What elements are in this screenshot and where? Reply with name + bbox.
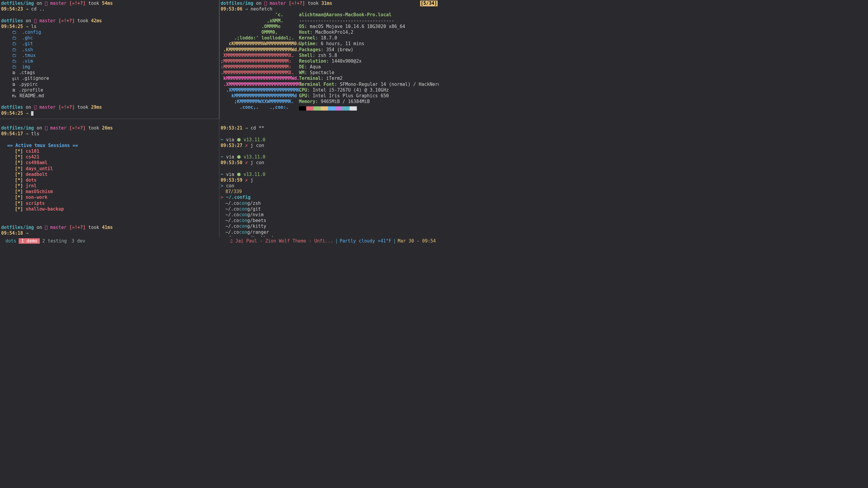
cursor-icon [31,111,33,116]
fzf-counter: 87/339 [221,189,438,195]
folder-icon: 🗀 [12,53,17,58]
prompt-line: dotfiles on  master [»!+?] took 29ms [1,104,218,110]
color-swatches [299,106,439,110]
git-icon: git [12,76,19,81]
file-icon: 🗎 [12,82,16,87]
fzf-item[interactable]: ~/.cocong/kitty [221,224,438,229]
tmux-session-item: [*] masOSchism [1,189,218,195]
pane-top-left[interactable]: dotfiles/img on  master [»!+?] took 54m… [0,0,219,119]
node-icon: ⬢ [237,137,244,142]
ls-file: 🗎 .ctags [1,70,218,76]
statusbar-window[interactable]: 2 testing [40,238,69,244]
pane-bottom-right[interactable]: 09:53:21 → cd ** ~ via ⬢ v13.11.009:53:2… [219,119,439,237]
neofetch-row: Terminal: iTerm2 [299,76,439,82]
error-icon: ✗ [245,160,248,165]
prompt-line: dotfiles on  master [»!+?] took 42ms [1,18,218,24]
neofetch-row: OS: macOS Mojave 10.14.6 18G3020 x86_64 [299,24,439,30]
ls-file: M↓ README.md [1,93,218,99]
statusbar-date: Mar 30 - 09:54 [398,238,436,244]
tmux-session-item: [*] cs101 [1,149,218,154]
fzf-item[interactable]: ~/.cocong/nvim [221,212,438,218]
color-swatch [313,106,321,110]
file-icon: 🗎 [12,70,16,75]
prompt-line: 09:53:06 → neofetch [221,6,438,12]
folder-icon: 🗀 [12,47,17,53]
prompt-line: 09:54:17 → tls [1,131,218,137]
color-swatch [299,106,306,110]
fzf-item[interactable]: ~/.cocong/ranger [221,230,438,235]
prompt-line: 09:53:50 ✗ j con [221,160,438,166]
neofetch-row: WM: Spectacle [299,70,439,76]
tmux-session-item: [*] jrnl [1,183,218,189]
neofetch-user: alichtman@Aarons-MacBook-Pro.local [299,12,439,18]
pane-bottom-left[interactable]: dotfiles/img on  master [»!+?] took 26m… [0,119,219,237]
pane-top-right[interactable]: [5/34] dotfiles/img on  master [»!+?] t… [219,0,439,119]
prompt-line: dotfiles/img on  master [»!+?] took 54m… [1,1,218,6]
prompt-line: 09:54:25 → ls [1,24,218,30]
statusbar-window[interactable]: 1 demo [19,238,40,244]
color-swatch [321,106,328,110]
error-icon: ✗ [245,143,248,148]
ls-dir: 🗀 .tmux [1,53,218,59]
fzf-item[interactable]: ~/.cocong/zsh [221,201,438,206]
statusbar-separator: | [392,238,398,244]
prompt-line: ~ via ⬢ v13.11.0 [221,172,438,177]
statusbar-session[interactable]: dots [3,238,19,244]
color-swatch [328,106,335,110]
neofetch-row: Host: MacBookPro14,2 [299,30,439,35]
fzf-item[interactable]: ~/.cocong/git [221,206,438,212]
error-icon: ✗ [245,177,248,183]
neofetch-row: Uptime: 6 hours, 11 mins [299,41,439,47]
neofetch-row: Kernel: 18.7.0 [299,35,439,41]
fzf-selected[interactable]: > ~/.config [221,195,438,200]
folder-icon: 🗀 [12,59,17,64]
fzf-query[interactable]: > con [221,183,438,189]
tmux-session-item: [*] days_until [1,166,218,172]
folder-icon: 🗀 [12,41,17,46]
node-icon: ⬢ [237,154,244,160]
prompt-line: dotfiles/img on  master [»!+?] took 26m… [1,125,218,131]
neofetch-separator: ----------------------------------- [299,18,439,24]
tmux-sessions-header: == Active tmux Sessions == [1,143,218,149]
prompt-line[interactable]: 09:54:25 → [1,110,218,116]
neofetch-row: Terminal Font: SFMono-Regular 14 (normal… [299,82,439,87]
tmux-session-item: [*] cs498aml [1,160,218,166]
neofetch-info: alichtman@Aarons-MacBook-Pro.local -----… [299,12,439,110]
color-swatch [306,106,313,110]
statusbar-weather: Partly cloudy +41°F [340,238,392,244]
pane-badge: [5/34] [420,1,438,6]
tmux-session-item: [*] scripts [1,201,218,206]
ls-dir: 🗀 .vim [1,59,218,64]
statusbar-window[interactable]: 3 dev [69,238,88,244]
ls-dir: 🗀 .ssh [1,47,218,53]
ls-dir: 🗀 img [1,64,218,70]
folder-icon: 🗀 [12,64,17,70]
folder-icon: 🗀 [12,30,17,35]
color-swatch [342,106,350,110]
prompt-line: 09:53:59 ✗ j [221,177,438,183]
neofetch-row: Packages: 354 (brew) [299,47,439,53]
ls-dir: 🗀 .config [1,30,218,35]
node-icon: ⬢ [237,172,244,177]
neofetch-row: GPU: Intel Iris Plus Graphics 650 [299,93,439,99]
folder-icon: 🗀 [12,35,17,41]
prompt-line: dotfiles/img on  master [»!+?] took 41m… [1,225,218,230]
prompt-line: 09:53:21 → cd ** [221,125,438,131]
prompt-line[interactable]: 09:54:18 → [1,230,218,236]
color-swatch [350,106,357,110]
neofetch-row: CPU: Intel i5-7267U (4) @ 3.10GHz [299,87,439,93]
prompt-line: ~ via ⬢ v13.11.0 [221,137,438,143]
statusbar-separator: | [333,238,340,244]
neofetch-row: Memory: 9465MiB / 16384MiB [299,99,439,104]
neofetch-row: Resolution: 1440x900@2x [299,59,439,64]
tmux-session-item: [*] deadbolt [1,172,218,177]
ls-file: 🗎 .pypirc [1,82,218,87]
neofetch-row: DE: Aqua [299,64,439,70]
fzf-item[interactable]: ~/.cocong/beets [221,218,438,224]
prompt-line: dotfiles/img on  master [»!+?] took 31m… [221,1,438,6]
ls-dir: 🗀 .ghc [1,35,218,41]
neofetch-logo: 'c. ,xNMM. .OMMMMo OMMM0, .;loddo:' lool… [221,12,299,110]
markdown-icon: M↓ [12,94,17,98]
ls-dir: 🗀 .git [1,41,218,47]
color-swatch [335,106,342,110]
